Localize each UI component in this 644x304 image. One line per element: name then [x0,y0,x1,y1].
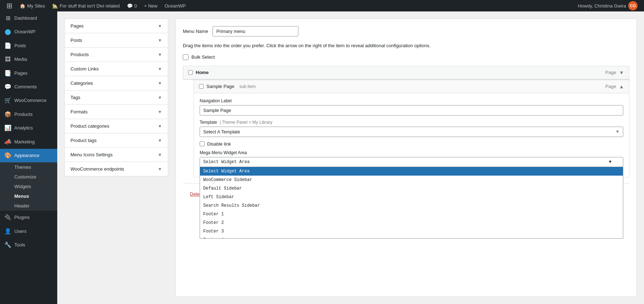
chevron-down-icon: ▼ [158,81,162,86]
new-content-button[interactable]: + New [141,0,161,11]
template-sublabel-text: Theme Panel > My Library [222,120,272,125]
template-sublabel: | Theme Panel > My Library [220,120,272,125]
sidebar-item-tools[interactable]: 🔧 Tools [0,238,57,252]
widget-option-woocommerce-sidebar[interactable]: WooCommerce Sidebar [200,176,623,184]
accordion-categories: Categories ▼ [64,76,168,90]
posts-label: Posts [14,43,26,49]
admin-sidebar: ⊞ Dashboard ⬤ OceanWP 📄 Posts 🖼 Media 📑 … [0,11,57,304]
sidebar-item-appearance[interactable]: 🎨 Appearance [0,149,57,162]
nav-label-input[interactable] [200,105,623,116]
widget-option-select[interactable]: Select Widget Area [200,167,623,176]
theme-link[interactable]: OceanWP [161,0,189,11]
sidebar-item-analytics[interactable]: 📊 Analytics [0,121,57,135]
widget-dropdown-list: Select Widget Area WooCommerce Sidebar D… [200,167,623,239]
oceanwp-label: OceanWP [14,29,35,35]
left-panel: Pages ▼ Posts ▼ Products ▼ [64,19,168,297]
home-item-checkbox[interactable] [188,70,193,75]
accordion-product-tags-header[interactable]: Product tags ▼ [65,133,168,147]
my-sites-label: My Sites [27,3,45,9]
widget-option-search-results[interactable]: Search Results Sidebar [200,201,623,210]
sample-page-type: Page [605,84,616,89]
widget-option-left-sidebar[interactable]: Left Sidebar [200,193,623,201]
chevron-down-icon: ▼ [158,52,162,57]
accordion-tags: Tags ▼ [64,90,168,105]
widget-option-footer-4[interactable]: Footer 4 [200,236,623,239]
bulk-select-label[interactable]: Bulk Select [191,54,215,60]
accordion-custom-links-header[interactable]: Custom Links ▼ [65,62,168,76]
widget-option-footer-3[interactable]: Footer 3 [200,227,623,236]
submenu-widgets[interactable]: Widgets [0,182,57,191]
adminbar-right: Howdy, Christina Gwira CG [574,1,641,10]
avatar: CG [628,1,638,10]
sidebar-item-woocommerce[interactable]: 🛒 WooCommerce [0,94,57,107]
sidebar-item-users[interactable]: 👤 Users [0,225,57,238]
widget-option-footer-2[interactable]: Footer 2 [200,219,623,227]
custom-links-accordion-label: Custom Links [70,66,99,72]
appearance-label: Appearance [14,152,39,159]
accordion-categories-header[interactable]: Categories ▼ [65,76,168,90]
menus-label: Menus [14,193,29,199]
disable-link-row: Disable link [200,141,623,147]
accordion-posts-header[interactable]: Posts ▼ [65,33,168,47]
template-select[interactable]: Select A Template [200,127,623,137]
sample-page-checkbox[interactable] [199,84,204,89]
mega-widget-trigger[interactable]: Select Widget Area ▼ [200,157,623,167]
pages-accordion-label: Pages [70,23,84,29]
sidebar-item-marketing[interactable]: 📣 Marketing [0,135,57,149]
sample-page-collapse-arrow[interactable]: ▲ [619,84,624,89]
home-item-actions: Page ▼ [605,70,624,75]
instruction-text: Drag the items into the order you prefer… [183,42,629,49]
disable-link-checkbox[interactable] [200,141,205,146]
house-icon: 🏡 [52,3,58,9]
accordion-products-header[interactable]: Products ▼ [65,48,168,62]
sidebar-item-comments[interactable]: 💬 Comments [0,80,57,94]
accordion-product-categories-header[interactable]: Product categories ▼ [65,119,168,133]
widget-option-default-sidebar[interactable]: Default Sidebar [200,184,623,193]
accordion-products: Products ▼ [64,47,168,62]
sidebar-item-products[interactable]: 📦 Products [0,108,57,121]
accordion-menu-icons-header[interactable]: Menu Icons Settings ▼ [65,148,168,162]
header-label: Header [14,203,30,209]
my-sites-menu[interactable]: 🏠 My Sites [16,0,49,11]
accordion-posts: Posts ▼ [64,33,168,48]
nav-label-field-label: Navigation Label [200,98,623,103]
chevron-down-icon: ▼ [158,167,162,172]
products-accordion-label: Products [70,52,89,57]
main-content: Pages ▼ Posts ▼ Products ▼ [57,11,644,304]
sidebar-item-posts[interactable]: 📄 Posts [0,39,57,53]
accordion-formats-header[interactable]: Formats ▼ [65,105,168,119]
widget-option-footer-1[interactable]: Footer 1 [200,210,623,219]
nav-label-row: Navigation Label [200,98,623,116]
pages-label: Pages [14,70,28,77]
sidebar-item-media[interactable]: 🖼 Media [0,53,57,66]
template-select-wrapper: Select A Template ▼ [200,127,623,137]
sidebar-item-pages[interactable]: 📑 Pages [0,67,57,80]
appearance-submenu: Themes Customize Widgets Menus Header [0,162,57,211]
tags-accordion-label: Tags [70,95,80,100]
submenu-header[interactable]: Header [0,201,57,211]
disable-link-label[interactable]: Disable link [207,141,231,147]
sidebar-item-oceanwp[interactable]: ⬤ OceanWP [0,25,57,39]
submenu-customize[interactable]: Customize [0,172,57,182]
sidebar-item-plugins[interactable]: 🔌 Plugins [0,211,57,224]
accordion-pages-header[interactable]: Pages ▼ [65,19,168,33]
users-label: Users [14,228,26,235]
customize-label: Customize [14,174,36,180]
submenu-themes[interactable]: Themes [0,162,57,172]
marketing-icon: 📣 [4,138,11,146]
accordion-product-categories: Product categories ▼ [64,119,168,133]
accordion-woocommerce-header[interactable]: WooCommerce endpoints ▼ [65,162,168,176]
home-item-expand-arrow[interactable]: ▼ [619,70,624,75]
sidebar-item-dashboard[interactable]: ⊞ Dashboard [0,11,57,25]
accordion-tags-header[interactable]: Tags ▼ [65,90,168,104]
submenu-menus[interactable]: Menus [0,191,57,201]
pages-icon: 📑 [4,69,11,77]
nav-item-home-header: Home Page ▼ [183,66,629,79]
bulk-select-checkbox[interactable] [183,54,189,60]
comments-link[interactable]: 💬 0 [123,0,141,11]
wp-logo-button[interactable]: ⊞ [3,0,16,11]
site-name-link[interactable]: 🏡 For stuff that isn't Divi related [49,0,123,11]
menu-name-input[interactable] [213,26,298,36]
menu-name-label: Menu Name [183,29,208,34]
user-menu[interactable]: Howdy, Christina Gwira CG [574,1,641,10]
